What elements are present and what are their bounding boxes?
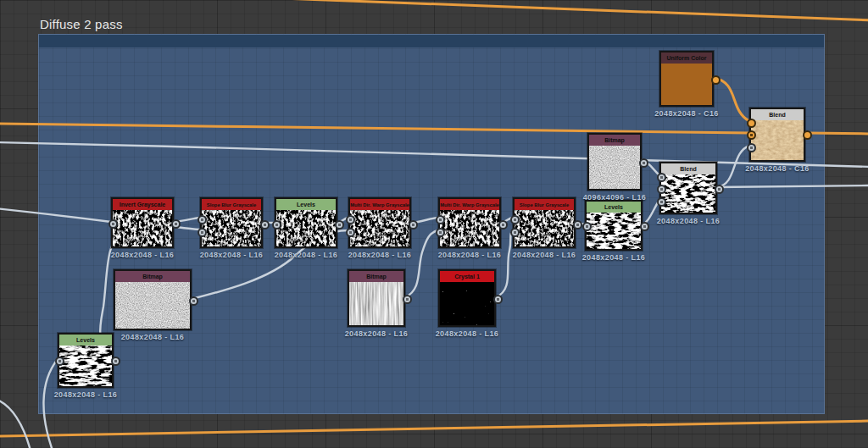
node-header[interactable]: Uniform Color (661, 53, 712, 64)
output-port[interactable] (803, 130, 812, 140)
thumbnail-texture (59, 346, 112, 386)
node-mdwarp1[interactable]: Multi Dir. Warp Grayscale2048x2048 - L16 (348, 197, 411, 248)
node-blendmid[interactable]: Blend2048x2048 - L16 (659, 162, 717, 214)
node-header[interactable]: Slope Blur Grayscale (202, 199, 261, 210)
node-header[interactable]: Blend (661, 163, 715, 174)
wire-gray-long-cross (0, 142, 868, 167)
input-port[interactable] (747, 119, 756, 128)
input-port[interactable] (657, 197, 666, 207)
input-port[interactable] (198, 215, 207, 224)
node-thumbnail[interactable] (59, 346, 112, 386)
node-levels2[interactable]: Levels2048x2048 - L16 (585, 200, 643, 251)
node-header[interactable]: Levels (59, 335, 112, 346)
node-thumbnail[interactable] (440, 210, 499, 246)
node-header[interactable]: Levels (276, 199, 336, 210)
output-port[interactable] (715, 185, 724, 194)
node-header[interactable]: Slope Blur Grayscale (515, 199, 574, 210)
thumbnail-texture (589, 146, 640, 189)
output-port[interactable] (493, 295, 503, 304)
node-invert1[interactable]: Invert Grayscale2048x2048 - L16 (111, 197, 174, 248)
node-header[interactable]: Multi Dir. Warp Grayscale (350, 199, 409, 210)
node-thumbnail[interactable] (115, 282, 190, 329)
node-slopeblur2[interactable]: Slope Blur Grayscale2048x2048 - L16 (513, 197, 576, 248)
input-port[interactable] (747, 143, 756, 152)
output-port[interactable] (111, 357, 120, 366)
node-resolution-label: 2048x2048 - C16 (745, 164, 810, 173)
thumbnail-texture (751, 120, 804, 160)
node-resolution-label: 2048x2048 - C16 (654, 109, 719, 118)
node-thumbnail[interactable] (661, 64, 712, 105)
input-port[interactable] (346, 228, 355, 237)
output-port[interactable] (189, 296, 198, 306)
node-bitmap2[interactable]: Bitmap2048x2048 - L16 (348, 269, 405, 327)
input-port[interactable] (55, 357, 64, 366)
input-port[interactable] (198, 228, 207, 237)
input-port[interactable] (436, 215, 445, 224)
node-header[interactable]: Bitmap (589, 135, 640, 146)
output-port[interactable] (498, 220, 508, 230)
node-thumbnail[interactable] (661, 174, 715, 213)
node-header[interactable]: Multi Dir. Warp Grayscale (440, 199, 499, 210)
output-port[interactable] (171, 219, 181, 229)
thumbnail-texture (440, 282, 494, 325)
output-port[interactable] (573, 220, 582, 230)
node-resolution-label: 2048x2048 - L16 (438, 251, 502, 259)
node-title: Blend (769, 112, 785, 118)
node-header[interactable]: Bitmap (115, 271, 190, 282)
output-port[interactable] (640, 222, 649, 231)
input-port[interactable] (657, 185, 666, 194)
node-header[interactable]: Crystal 1 (440, 271, 494, 282)
node-levels3[interactable]: Levels2048x2048 - L16 (58, 333, 114, 388)
input-port[interactable] (108, 219, 118, 229)
node-mdwarp2[interactable]: Multi Dir. Warp Grayscale2048x2048 - L16 (438, 197, 501, 248)
node-thumbnail[interactable] (751, 120, 804, 160)
node-header[interactable]: Blend (751, 109, 804, 120)
output-port[interactable] (639, 158, 648, 168)
wire-blend-output-right (805, 133, 868, 134)
node-crystal1[interactable]: Crystal 12048x2048 - L16 (438, 269, 496, 327)
node-blendright[interactable]: Blend2048x2048 - C16 (749, 108, 805, 162)
node-thumbnail[interactable] (440, 282, 494, 325)
wire-left-to-invert (0, 208, 111, 222)
input-port[interactable] (346, 215, 355, 224)
node-bitmap1[interactable]: Bitmap2048x2048 - L16 (114, 269, 192, 330)
node-title: Slope Blur Grayscale (520, 202, 569, 207)
node-header[interactable]: Levels (587, 202, 641, 213)
node-thumbnail[interactable] (515, 210, 574, 246)
node-header[interactable]: Bitmap (349, 271, 403, 282)
node-thumbnail[interactable] (589, 146, 640, 189)
thumbnail-texture (661, 174, 715, 213)
input-port[interactable] (272, 220, 281, 230)
node-uniform[interactable]: Uniform Color2048x2048 - C16 (659, 51, 714, 107)
input-port[interactable] (510, 215, 520, 224)
thumbnail-texture (587, 213, 641, 249)
node-thumbnail[interactable] (350, 210, 409, 246)
output-port[interactable] (335, 220, 344, 230)
thumbnail-texture (515, 210, 574, 246)
output-port[interactable] (711, 75, 721, 85)
node-resolution-label: 2048x2048 - L16 (200, 251, 264, 259)
node-title: Levels (297, 202, 315, 207)
output-port[interactable] (260, 220, 270, 230)
node-thumbnail[interactable] (113, 210, 172, 246)
node-levels1[interactable]: Levels2048x2048 - L16 (275, 197, 337, 248)
node-bitmap4096[interactable]: Bitmap4096x4096 - L16 (587, 133, 642, 191)
wire-orange-bottom (0, 421, 868, 436)
node-thumbnail[interactable] (349, 282, 403, 325)
output-port[interactable] (409, 220, 418, 230)
input-port[interactable] (582, 222, 592, 231)
thumbnail-texture (349, 282, 403, 325)
node-thumbnail[interactable] (587, 213, 641, 249)
input-port[interactable] (747, 130, 756, 140)
input-port[interactable] (657, 173, 666, 182)
node-header[interactable]: Invert Grayscale (113, 199, 172, 210)
node-thumbnail[interactable] (276, 210, 336, 246)
node-slopeblur1[interactable]: Slope Blur Grayscale2048x2048 - L16 (200, 197, 263, 248)
node-title: Levels (76, 337, 95, 343)
node-resolution-label: 2048x2048 - L16 (121, 333, 185, 341)
node-thumbnail[interactable] (202, 210, 261, 246)
node-title: Levels (604, 204, 623, 210)
input-port[interactable] (436, 228, 445, 237)
input-port[interactable] (510, 228, 520, 237)
output-port[interactable] (403, 295, 412, 304)
